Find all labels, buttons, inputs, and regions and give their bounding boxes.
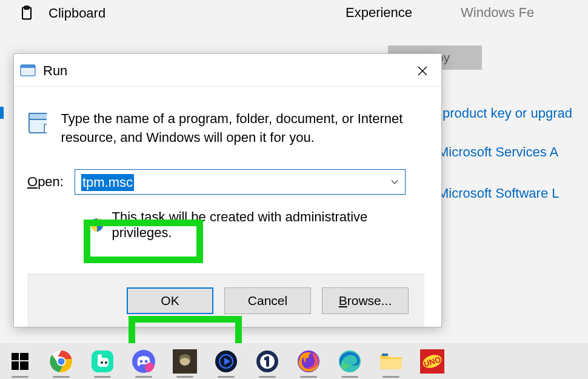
- run-body-icon: [27, 110, 47, 138]
- run-description: Type the name of a program, folder, docu…: [61, 110, 424, 147]
- open-combobox[interactable]: tpm.msc: [75, 169, 406, 195]
- link-product-key[interactable]: product key or upgrad: [443, 106, 572, 121]
- run-dialog: Run Type the name of a program, folder, …: [13, 53, 442, 327]
- start-button[interactable]: [7, 349, 33, 374]
- taskbar-file-explorer[interactable]: [378, 349, 404, 374]
- cancel-button[interactable]: Cancel: [224, 287, 311, 314]
- game-icon: [173, 349, 197, 374]
- taskbar-chrome[interactable]: [48, 349, 74, 374]
- run-app-icon: [20, 64, 36, 78]
- settings-right-panel: Experience Windows Fe Copy product key o…: [346, 0, 588, 21]
- close-button[interactable]: [405, 57, 440, 85]
- svg-point-15: [58, 358, 65, 364]
- windows-icon: [12, 353, 28, 370]
- ok-button[interactable]: OK: [127, 287, 213, 314]
- windows-fe-label: Windows Fe: [461, 5, 534, 21]
- onepassword-icon: [256, 350, 279, 373]
- svg-rect-9: [12, 353, 19, 360]
- settings-nav-label: Clipboard: [48, 5, 105, 21]
- taskbar-streamlabs[interactable]: [90, 349, 115, 374]
- uno-icon: UNO: [420, 349, 444, 374]
- svg-rect-18: [98, 354, 102, 361]
- play-icon: [215, 350, 238, 373]
- edge-icon: [338, 350, 361, 373]
- svg-point-19: [101, 361, 103, 364]
- svg-rect-33: [264, 357, 267, 360]
- svg-rect-36: [380, 359, 402, 369]
- svg-point-20: [105, 361, 107, 364]
- settings-nav-item[interactable]: Clipboard: [18, 5, 105, 22]
- taskbar-firefox[interactable]: [296, 349, 321, 374]
- taskbar-uno[interactable]: UNO: [419, 349, 445, 374]
- taskbar-media[interactable]: [213, 349, 239, 374]
- svg-rect-37: [382, 354, 388, 356]
- run-title: Run: [43, 63, 67, 79]
- open-input-selected-text: tpm.msc: [81, 174, 134, 191]
- browse-button[interactable]: Browse...: [322, 287, 409, 314]
- streamlabs-icon: [90, 349, 115, 374]
- clipboard-icon: [18, 5, 35, 22]
- svg-rect-7: [29, 113, 47, 119]
- taskbar-app-4[interactable]: [172, 349, 198, 374]
- taskbar[interactable]: UNO: [0, 343, 588, 379]
- svg-rect-8: [44, 124, 47, 133]
- link-ms-software[interactable]: Microsoft Software L: [438, 186, 560, 201]
- svg-rect-12: [20, 361, 28, 370]
- chevron-down-icon[interactable]: [390, 178, 399, 186]
- svg-rect-3: [21, 65, 35, 68]
- shield-icon: [90, 218, 104, 232]
- svg-rect-11: [12, 361, 19, 370]
- open-label: Open:: [27, 174, 64, 190]
- run-titlebar[interactable]: Run: [14, 54, 441, 87]
- discord-icon: [132, 349, 156, 374]
- taskbar-1password[interactable]: [255, 349, 280, 374]
- svg-point-24: [145, 363, 155, 372]
- run-button-row: OK Cancel Browse...: [27, 273, 424, 327]
- taskbar-discord[interactable]: [131, 349, 156, 374]
- close-icon: [417, 65, 428, 76]
- experience-label: Experience: [346, 5, 412, 21]
- chrome-icon: [50, 350, 73, 373]
- taskbar-edge[interactable]: [337, 349, 362, 374]
- svg-rect-10: [20, 353, 28, 360]
- link-ms-services[interactable]: Microsoft Services A: [438, 144, 558, 160]
- firefox-icon: [297, 350, 320, 373]
- svg-point-23: [145, 360, 148, 363]
- settings-selection-indicator: [0, 107, 4, 119]
- folder-icon: [379, 351, 403, 372]
- admin-note: This task will be created with administr…: [112, 209, 424, 241]
- svg-point-22: [140, 360, 143, 363]
